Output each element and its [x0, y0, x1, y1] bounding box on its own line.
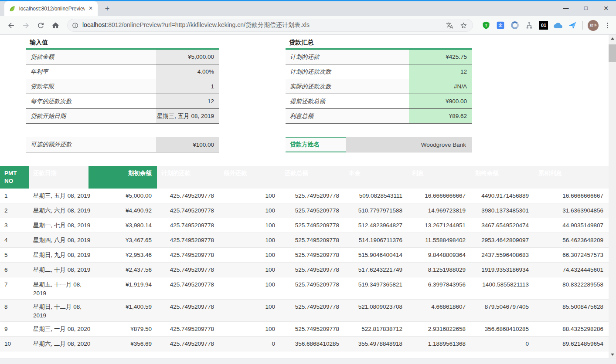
- table-cell: 100: [219, 218, 280, 233]
- table-cell: 7: [0, 277, 29, 299]
- table-cell: 100: [219, 248, 280, 262]
- reload-button[interactable]: [34, 19, 47, 32]
- green-shield-icon: T: [482, 21, 490, 30]
- url-host: localhost: [82, 21, 106, 28]
- maximize-button[interactable]: □: [576, 0, 596, 16]
- minimize-button[interactable]: —: [556, 0, 576, 16]
- extension-bird-button[interactable]: [568, 20, 577, 30]
- table-cell: 100: [219, 189, 280, 203]
- home-button[interactable]: [49, 19, 62, 32]
- table-cell: 0: [471, 337, 534, 351]
- table-body: 1星期三, 五月 08, 2019¥5,000.00425.7495209778…: [0, 189, 609, 351]
- table-cell: 425.7495209778: [157, 322, 219, 336]
- kv-value: ¥900.00: [409, 94, 472, 108]
- kv-value: ¥5,000.00: [156, 50, 219, 64]
- table-cell: 74.4324445601: [534, 263, 609, 277]
- back-button[interactable]: [4, 19, 17, 32]
- swirl-circle-icon: [511, 21, 519, 29]
- table-cell: 879.5046797405: [471, 300, 534, 321]
- blue-bird-icon: [568, 21, 577, 30]
- table-cell: 425.7495209778: [157, 277, 219, 299]
- address-bar[interactable]: localhost:8012/onlinePreview?url=http://…: [67, 19, 473, 32]
- browser-tab[interactable]: localhost:8012/onlinePreview? ✕: [4, 1, 98, 16]
- profile-avatar[interactable]: 精华: [588, 20, 599, 31]
- table-cell: 1919.9353186934: [471, 263, 534, 277]
- table-cell: 3467.6549520474: [471, 218, 534, 233]
- table-cell: 星期二, 十月 08, 2019: [29, 263, 88, 277]
- table-row: 6星期二, 十月 08, 2019¥2,437.56425.7495209778…: [0, 263, 609, 277]
- browser-menu-button[interactable]: [603, 21, 612, 30]
- table-cell: 星期三, 五月 08, 2019: [29, 189, 88, 203]
- table-cell: 100: [219, 300, 280, 321]
- kv-row: 实际的还款次数#N/A: [286, 79, 472, 94]
- table-cell: 11.5588498402: [408, 233, 471, 247]
- bookmark-star-button[interactable]: [459, 20, 468, 30]
- extension-sitemap-button[interactable]: [524, 20, 534, 30]
- table-cell: 星期四, 八月 08, 2019: [29, 233, 88, 247]
- close-button[interactable]: ✕: [596, 0, 616, 16]
- table-cell: ¥356.69: [88, 337, 157, 351]
- kv-value: ¥89.62: [409, 109, 472, 123]
- tab-close-icon[interactable]: ✕: [87, 5, 94, 12]
- table-row: 10星期六, 二月 08, 2020¥356.69425.74952097780…: [0, 337, 609, 351]
- kv-row: 贷款金额¥5,000.00: [26, 50, 219, 64]
- scroll-up-arrow[interactable]: [609, 35, 616, 42]
- table-cell: 510.7797971588: [344, 203, 408, 218]
- horizontal-scrollbar-track[interactable]: [0, 358, 616, 364]
- kv-value: 12: [156, 94, 219, 108]
- table-cell: 80.8322289558: [534, 277, 609, 299]
- table-row: 2星期六, 六月 08, 2019¥4,490.92425.7495209778…: [0, 203, 609, 218]
- header-cell: 还款总额: [280, 166, 344, 189]
- table-cell: 14.969723819: [408, 203, 471, 218]
- table-cell: 8.1251988029: [408, 263, 471, 277]
- table-cell: 517.6243221749: [344, 263, 408, 277]
- page-info-icon[interactable]: [72, 22, 78, 29]
- extension-01-button[interactable]: 01: [539, 20, 548, 30]
- scroll-down-arrow[interactable]: [609, 351, 616, 358]
- translate-page-button[interactable]: [445, 20, 454, 30]
- table-cell: 522.817838712: [344, 322, 408, 336]
- home-icon: [51, 21, 60, 30]
- forward-arrow-icon: [22, 21, 30, 30]
- table-cell: 525.7495209778: [280, 277, 344, 299]
- table-cell: 525.7495209778: [280, 322, 344, 336]
- scrollbar-thumb[interactable]: [609, 44, 616, 62]
- table-row: 5星期日, 九月 08, 2019¥2,953.46425.7495209778…: [0, 248, 609, 263]
- table-cell: 2437.5596408683: [471, 248, 534, 262]
- table-cell: 85.5008475628: [534, 300, 609, 321]
- table-cell: 519.3497365821: [344, 277, 408, 299]
- extension-shield-button[interactable]: T: [481, 20, 491, 30]
- kv-label: 提前还款总额: [286, 94, 409, 108]
- url-text[interactable]: localhost:8012/onlinePreview?url=http://…: [82, 21, 440, 29]
- table-cell: ¥3,467.65: [88, 233, 157, 247]
- kv-row: 每年的还款次数12: [26, 94, 219, 109]
- extension-swirl-button[interactable]: [510, 20, 520, 30]
- table-cell: 525.7495209778: [280, 218, 344, 233]
- table-cell: ¥3,980.14: [88, 218, 157, 233]
- spreadsheet: 输入值 贷款金额¥5,000.00年利率4.00%贷款年限1每年的还款次数12贷…: [0, 35, 609, 358]
- new-tab-button[interactable]: +: [101, 3, 113, 15]
- table-cell: ¥5,000.00: [88, 189, 157, 203]
- extension-cloud-button[interactable]: [553, 20, 563, 30]
- table-cell: 514.1906711376: [344, 233, 408, 247]
- table-cell: 56.4623648209: [534, 233, 609, 247]
- header-cell: 额外还款: [219, 166, 280, 189]
- extension-translate-button[interactable]: 文: [496, 20, 505, 30]
- table-cell: 525.7495209778: [280, 233, 344, 247]
- table-cell: 425.7495209778: [157, 337, 219, 351]
- header-cell: 期初余额: [88, 166, 157, 189]
- table-cell: 425.7495209778: [157, 218, 219, 233]
- table-cell: 66.3072457573: [534, 248, 609, 262]
- star-icon: [460, 22, 467, 29]
- forward-button[interactable]: [19, 19, 32, 32]
- window-controls: — □ ✕: [556, 0, 616, 16]
- cloud-icon: [554, 21, 562, 30]
- table-cell: 8: [0, 300, 29, 321]
- table-cell: 16.6666666667: [534, 189, 609, 203]
- vertical-scrollbar[interactable]: [609, 35, 616, 358]
- amortization-table: PMT NO还款日期期初余额计划的还款额外还款还款总额本金利息期终余额累积利息 …: [0, 166, 609, 351]
- table-cell: 425.7495209778: [157, 189, 219, 203]
- kv-label: 年利率: [26, 64, 156, 79]
- table-cell: 星期六, 六月 08, 2019: [29, 203, 88, 218]
- tab-bar: localhost:8012/onlinePreview? ✕ + — □ ✕: [0, 1, 616, 16]
